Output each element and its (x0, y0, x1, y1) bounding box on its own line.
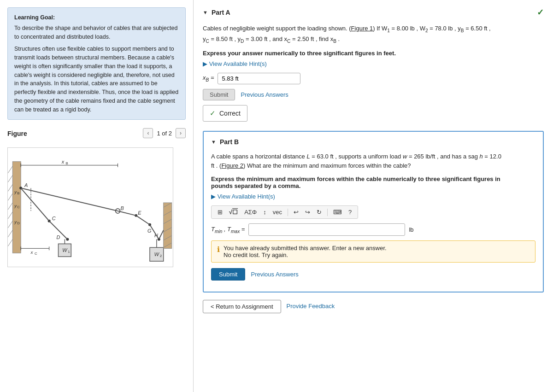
toolbar-sqrt-btn[interactable]: √☐ (227, 208, 240, 216)
svg-text:A: A (24, 183, 28, 188)
part-b-answer-input[interactable] (248, 223, 405, 236)
svg-line-5 (8, 203, 12, 210)
part-a-header[interactable]: ▼ Part A ✓ (203, 7, 544, 18)
svg-text:y: y (14, 203, 17, 208)
part-a-prev-answers-link[interactable]: Previous Answers (241, 91, 288, 98)
right-panel: ▼ Part A ✓ Cables of negligible weight s… (194, 0, 553, 392)
part-b-hint-toggle[interactable]: View Available Hint(s) (211, 193, 535, 200)
svg-text:B: B (120, 205, 124, 211)
toolbar-matrix-btn[interactable]: ⊞ (215, 208, 225, 216)
part-b-label: Part B (220, 138, 239, 146)
svg-text:B: B (17, 191, 19, 195)
svg-line-22 (21, 188, 118, 211)
svg-line-62 (159, 230, 164, 240)
correct-check-icon: ✓ (210, 109, 216, 117)
svg-text:C: C (35, 252, 37, 256)
toolbar-keyboard-btn[interactable]: ⌨ (331, 208, 344, 216)
part-a-submit-row: Submit Previous Answers (203, 89, 544, 100)
svg-text:C: C (17, 205, 20, 209)
part-b-answer-row: Tmin , Tmax = lb (211, 223, 535, 236)
bottom-nav: < Return to Assignment Provide Feedback (203, 300, 544, 313)
part-a-label: Part A (212, 9, 230, 16)
toolbar-redo-btn[interactable]: ↪ (303, 208, 312, 216)
part-a-instruction: Express your answer numerically to three… (203, 50, 544, 57)
part-b-triangle: ▼ (211, 139, 216, 145)
figure2-link[interactable]: Figure 2 (221, 162, 243, 169)
warning-text: You have already submitted this answer. … (224, 245, 387, 258)
figure-nav-row: ‹ 1 of 2 › (143, 128, 186, 138)
part-b-answer-label: Tmin , Tmax = (211, 226, 245, 234)
svg-line-7 (8, 221, 12, 228)
part-b-prev-answers-link[interactable]: Previous Answers (251, 271, 298, 278)
toolbar-undo-btn[interactable]: ↩ (291, 208, 301, 216)
learning-goal-p2: Structures often use flexible cables to … (14, 45, 179, 114)
toolbar-help-btn[interactable]: ? (346, 208, 354, 216)
toolbar-sep1 (288, 209, 288, 216)
svg-rect-55 (164, 203, 172, 248)
part-a-submit-button[interactable]: Submit (203, 89, 235, 100)
part-b-problem-text: A cable spans a horizontal distance L = … (211, 152, 535, 171)
svg-text:G: G (147, 228, 152, 234)
figure1-link[interactable]: Figure 1 (351, 25, 373, 32)
provide-feedback-link[interactable]: Provide Feedback (287, 300, 335, 313)
svg-line-8 (8, 230, 12, 237)
svg-text:y: y (14, 189, 17, 194)
correct-text: Correct (219, 110, 241, 117)
part-b-header[interactable]: ▼ Part B (211, 138, 535, 146)
svg-text:C: C (52, 216, 56, 221)
svg-text:2: 2 (160, 254, 162, 258)
svg-line-9 (8, 240, 12, 246)
part-b-submit-row: Submit Previous Answers (211, 268, 535, 281)
toolbar-sep2 (327, 209, 328, 216)
warning-line1: You have already submitted this answer. … (224, 245, 387, 252)
warning-line2: No credit lost. Try again. (224, 252, 387, 258)
part-a-problem-text: Cables of negligible weight support the … (203, 24, 544, 45)
part-a-checkmark: ✓ (537, 7, 544, 18)
figure-prev-button[interactable]: ‹ (143, 128, 153, 138)
part-b-instruction: Express the minimum and maximum forces w… (211, 176, 535, 189)
learning-goal-p1: To describe the shape and behavior of ca… (14, 24, 179, 41)
part-a-section: ▼ Part A ✓ Cables of negligible weight s… (203, 7, 544, 122)
learning-goal-box: Learning Goal: To describe the shape and… (7, 7, 186, 120)
svg-text:x: x (61, 159, 65, 164)
part-a-answer-label: xB = (203, 74, 214, 82)
correct-box: ✓ Correct (203, 105, 247, 122)
svg-text:D: D (17, 221, 20, 225)
return-to-assignment-button[interactable]: < Return to Assignment (203, 300, 281, 313)
svg-text:1: 1 (68, 250, 70, 254)
warning-icon: ℹ (217, 245, 220, 254)
part-a-answer-box: xB = (203, 73, 544, 84)
figure-label: Figure (7, 130, 27, 137)
figure-next-button[interactable]: › (176, 128, 186, 138)
svg-line-6 (8, 212, 12, 219)
toolbar-refresh-btn[interactable]: ↻ (314, 208, 324, 216)
svg-text:W: W (62, 247, 68, 253)
svg-line-4 (8, 193, 12, 200)
svg-text:W: W (154, 252, 160, 257)
toolbar-symbol-btn[interactable]: ΑΣΦ (242, 208, 259, 216)
part-b-unit: lb (409, 226, 413, 233)
svg-text:x: x (30, 250, 34, 255)
left-panel: Learning Goal: To describe the shape and… (0, 0, 194, 392)
svg-line-3 (8, 185, 12, 192)
learning-goal-title: Learning Goal: (14, 13, 179, 22)
part-b-section: ▼ Part B A cable spans a horizontal dist… (203, 131, 544, 293)
part-b-submit-button[interactable]: Submit (211, 268, 245, 281)
toolbar-vec-btn[interactable]: vec (271, 208, 284, 216)
svg-line-25 (118, 211, 136, 216)
svg-text:y: y (14, 219, 17, 224)
svg-text:B: B (65, 161, 68, 165)
warning-box: ℹ You have already submitted this answer… (211, 240, 535, 263)
figure-image: x B A y B B E (7, 147, 173, 267)
answer-toolbar: ⊞ √☐ ΑΣΦ ↕ vec ↩ ↪ ↻ ⌨ ? (211, 205, 358, 219)
toolbar-updown-btn[interactable]: ↕ (261, 208, 269, 216)
svg-line-1 (8, 166, 12, 173)
svg-line-2 (8, 176, 12, 182)
svg-line-28 (136, 216, 150, 225)
svg-line-33 (21, 188, 49, 221)
svg-text:E: E (138, 210, 141, 216)
part-a-answer-input[interactable] (218, 73, 300, 84)
part-a-triangle: ▼ (203, 10, 208, 15)
part-a-hint-toggle[interactable]: View Available Hint(s) (203, 60, 544, 67)
figure-nav-text: 1 of 2 (157, 130, 172, 137)
